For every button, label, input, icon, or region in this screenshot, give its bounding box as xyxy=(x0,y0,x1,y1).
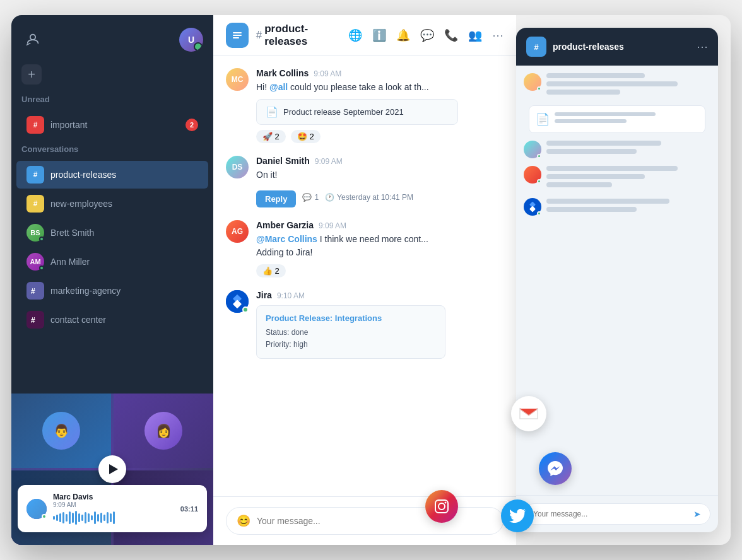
instagram-badge[interactable] xyxy=(425,490,458,523)
jira-priority: Priority: high xyxy=(266,339,436,351)
reply-time: 🕐 Yesterday at 10:41 PM xyxy=(325,193,413,202)
right-panel-header: # product-releases ⋯ xyxy=(516,28,718,66)
svg-point-11 xyxy=(445,502,447,504)
reaction-thumbsup[interactable]: 👍 2 xyxy=(256,264,286,277)
sidebar-item-new-employees[interactable]: # new-employees xyxy=(16,190,208,218)
important-badge: 2 xyxy=(186,119,198,131)
svg-text:#: # xyxy=(31,287,35,296)
notification-icon[interactable]: 🔔 xyxy=(396,28,410,42)
rp-avatar-1 xyxy=(524,73,541,91)
rp-send-icon[interactable]: ➤ xyxy=(693,509,701,519)
brett-smith-avatar: BS xyxy=(26,224,44,242)
add-button[interactable]: + xyxy=(21,64,42,85)
reaction-rocket[interactable]: 🚀 2 xyxy=(256,130,286,143)
people-icon[interactable]: 👥 xyxy=(468,28,482,42)
chat-header-title: # product-releases xyxy=(256,23,341,48)
reactions-amber: 👍 2 xyxy=(256,264,504,277)
right-panel-more-icon[interactable]: ⋯ xyxy=(697,40,708,54)
amber-garzia-content: Amber Garzia 9:09 AM @Marc Collins I thi… xyxy=(256,220,504,277)
rp-attachment[interactable]: 📄 xyxy=(529,105,705,133)
rp-message-5 xyxy=(524,198,710,216)
user-avatar[interactable]: U xyxy=(179,28,203,52)
important-channel-name: important xyxy=(50,120,179,130)
attachment-card[interactable]: 📄 Product release September 2021 xyxy=(256,99,458,125)
right-panel-messages: 📄 xyxy=(516,66,718,495)
important-channel-icon: # xyxy=(26,116,44,134)
voice-card-info: Marc Davis 9:09 AM xyxy=(53,493,174,525)
conversations-section-label: Conversations xyxy=(11,144,213,160)
rp-lines-1 xyxy=(546,73,710,98)
rp-avatar-4 xyxy=(524,166,541,184)
message-amber-garzia: AG Amber Garzia 9:09 AM @Marc Collins I … xyxy=(226,220,504,277)
unread-section-label: Unread xyxy=(11,95,213,110)
voice-message-card: Marc Davis 9:09 AM xyxy=(18,485,207,532)
mention-marc: @Marc Collins xyxy=(256,234,317,244)
play-button[interactable] xyxy=(98,455,126,483)
reply-button[interactable]: Reply xyxy=(256,190,296,207)
mark-collins-content: Mark Collins 9:09 AM Hi! @all could you … xyxy=(256,68,504,143)
info-icon[interactable]: ℹ️ xyxy=(372,28,386,42)
daniel-smith-content: Daniel Smith 9:09 AM On it! Reply 💬 1 🕐 … xyxy=(256,156,504,207)
clock-icon: 🕐 xyxy=(325,193,334,202)
contact-center-icon: # xyxy=(26,311,44,329)
ann-miller-avatar: AM xyxy=(26,253,44,271)
rp-jira-icon xyxy=(524,198,541,216)
sidebar-item-ann-miller[interactable]: AM Ann Miller xyxy=(16,248,208,276)
more-icon[interactable]: ⋯ xyxy=(492,28,504,42)
rp-doc-lines xyxy=(555,112,698,126)
sidebar-item-brett-smith[interactable]: BS Brett Smith xyxy=(16,219,208,247)
rp-input-box[interactable]: ➤ xyxy=(524,503,710,525)
bubble-icon: 💬 xyxy=(302,193,312,202)
mark-collins-avatar: MC xyxy=(226,68,249,91)
channel-item-important[interactable]: # important 2 xyxy=(16,111,208,139)
emoji-picker-icon[interactable]: 😊 xyxy=(237,514,250,528)
globe-icon[interactable]: 🌐 xyxy=(348,28,362,42)
messenger-badge[interactable] xyxy=(539,452,572,485)
jira-card-title: Product Release: Integrations xyxy=(266,313,436,323)
rp-jira-lines xyxy=(546,199,710,215)
jira-card[interactable]: Product Release: Integrations Status: do… xyxy=(256,305,445,359)
right-panel-input-area: ➤ xyxy=(516,495,718,532)
rp-attachment-area: 📄 xyxy=(524,105,710,133)
rp-message-3 xyxy=(524,141,710,158)
rp-message-1 xyxy=(524,73,710,98)
channel-title-name: product-releases xyxy=(264,23,341,48)
brett-smith-label: Brett Smith xyxy=(50,228,198,238)
chat-header: # product-releases 🌐 ℹ️ 🔔 💬 📞 👥 ⋯ xyxy=(213,15,516,55)
mark-collins-text: Hi! @all could you please take a look at… xyxy=(256,81,504,94)
product-releases-icon: # xyxy=(26,166,44,184)
jira-avatar xyxy=(226,290,249,313)
jira-status: Status: done xyxy=(266,327,436,339)
gmail-badge[interactable] xyxy=(511,396,546,431)
sidebar-item-marketing-agency[interactable]: # marketing-agency xyxy=(16,277,208,305)
reaction-starstruck[interactable]: 🤩 2 xyxy=(291,130,321,143)
sidebar-item-contact-center[interactable]: # contact center xyxy=(16,306,208,334)
rp-lines-4 xyxy=(546,166,710,190)
mention-all: @all xyxy=(269,82,288,92)
document-icon: 📄 xyxy=(266,106,278,118)
attachment-name: Product release September 2021 xyxy=(283,107,404,117)
sidebar-item-product-releases[interactable]: # product-releases xyxy=(16,161,208,189)
jira-content: Jira 9:10 AM Product Release: Integratio… xyxy=(256,290,504,359)
daniel-smith-text: On it! xyxy=(256,168,504,182)
svg-point-0 xyxy=(30,35,35,40)
mark-collins-name: Mark Collins xyxy=(256,68,309,78)
message-jira: Jira 9:10 AM Product Release: Integratio… xyxy=(226,290,504,359)
ann-miller-label: Ann Miller xyxy=(50,257,198,267)
daniel-smith-time: 9:09 AM xyxy=(315,157,343,166)
channel-header-icon xyxy=(226,23,249,48)
main-chat-panel: # product-releases 🌐 ℹ️ 🔔 💬 📞 👥 ⋯ MC Ma xyxy=(213,15,516,545)
voice-card-avatar xyxy=(26,499,47,519)
voice-waveform xyxy=(53,511,174,525)
amber-garzia-avatar: AG xyxy=(226,220,249,243)
video-call-widget: 👨 👩 👨 👩 xyxy=(11,394,213,545)
rp-doc-icon: 📄 xyxy=(536,112,550,126)
whatsapp-icon[interactable]: 💬 xyxy=(420,28,434,42)
marketing-agency-label: marketing-agency xyxy=(50,286,198,296)
contact-center-label: contact center xyxy=(50,315,198,325)
rp-lines-3 xyxy=(546,141,710,157)
twitter-badge[interactable] xyxy=(501,499,534,532)
rp-message-input[interactable] xyxy=(533,510,688,518)
phone-icon[interactable]: 📞 xyxy=(444,28,458,42)
messages-area: MC Mark Collins 9:09 AM Hi! @all could y… xyxy=(213,55,516,496)
